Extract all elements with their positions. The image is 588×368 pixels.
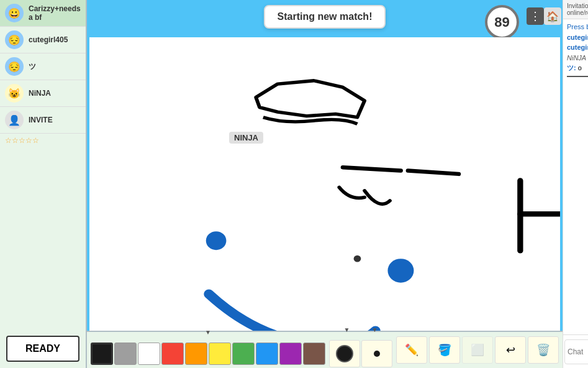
chat-message-2: NiNJA connected: [567, 53, 588, 62]
color-section: ▼: [91, 335, 325, 365]
undo-tool-button[interactable]: ↩: [495, 336, 526, 364]
color-red[interactable]: [161, 343, 184, 365]
sidebar-item-user-1[interactable]: 😔 cutegirl405: [0, 27, 86, 53]
color-brown[interactable]: [303, 343, 325, 365]
invitation-bar: Invitation: https://drawaria.online/roo: [563, 0, 588, 19]
right-panel: Invitation: https://drawaria.online/roo …: [563, 0, 588, 368]
chat-message-1: cutegirl405: thats it: [567, 43, 588, 52]
tools-section: ✏️ 🪣 ⬜ ↩ 🗑️: [396, 336, 559, 364]
main-area: Starting new match! 89 ⋮ 🏠 NINJA: [87, 0, 563, 368]
chat-input[interactable]: [564, 339, 588, 364]
sidebar-item-user-0[interactable]: 😀 Carizzy+needs a bf: [0, 0, 86, 27]
divider: [567, 76, 588, 77]
active-color-swatch[interactable]: [329, 340, 360, 367]
avatar-0: 😀: [5, 4, 24, 22]
press-hint[interactable]: Press bottom left button: [567, 22, 588, 32]
sidebar-item-user-3[interactable]: 😺 NiNJA: [0, 80, 86, 107]
color-white[interactable]: [138, 343, 160, 365]
chat-input-row: ★: [563, 334, 588, 368]
pencil-tool-button[interactable]: ✏️: [396, 336, 427, 364]
user-name-1: cutegirl405: [29, 35, 68, 44]
color-green[interactable]: [232, 343, 255, 365]
chat-message-0: cutegirl405: there: [567, 33, 588, 42]
avatar-1: 😔: [5, 30, 24, 49]
sidebar: 😀 Carizzy+needs a bf 😔 cutegirl405 😔 ツ 😺…: [0, 0, 87, 368]
clear-tool-button[interactable]: 🗑️: [528, 336, 559, 364]
chat-message-3: ツ: o: [567, 63, 588, 72]
color-blue[interactable]: [256, 343, 278, 365]
user-name-2: ツ: [29, 62, 36, 72]
active-color-section: ▼ ▼: [329, 333, 392, 367]
chat-messages: Press bottom left button cutegirl405: th…: [563, 19, 588, 334]
msg-sender-0: cutegirl405:: [567, 34, 588, 41]
sidebar-item-invite[interactable]: 👤 INVITE: [0, 107, 86, 134]
menu-button[interactable]: ⋮: [527, 7, 544, 25]
drawing-svg: [89, 37, 560, 331]
avatar-invite: 👤: [5, 111, 24, 129]
score-display: o: [567, 81, 588, 88]
svg-point-0: [206, 231, 227, 250]
msg-sender-1: cutegirl405:: [567, 44, 588, 51]
user-name-3: NiNJA: [29, 89, 51, 98]
sidebar-item-user-2[interactable]: 😔 ツ: [0, 53, 86, 80]
fill-tool-button[interactable]: 🪣: [429, 336, 460, 364]
avatar-3: 😺: [5, 84, 24, 103]
color-arrow: ▼: [205, 329, 211, 336]
match-banner: Starting new match!: [264, 5, 386, 29]
color-orange[interactable]: [185, 343, 207, 365]
color-black[interactable]: [91, 343, 113, 365]
toolbar: ▼ ▼ ▼ ✏️ 🪣: [87, 331, 563, 368]
user-name-0: Carizzy+needs a bf: [29, 4, 81, 22]
small-size-btn[interactable]: [361, 340, 392, 367]
erase-tool-button[interactable]: ⬜: [462, 336, 493, 364]
user-name-invite: INVITE: [29, 116, 53, 124]
color-gray[interactable]: [114, 343, 137, 365]
home-button[interactable]: 🏠: [544, 7, 561, 25]
size-arrow-1: ▼: [344, 326, 350, 333]
stars-display: ☆☆☆☆☆: [0, 134, 86, 147]
svg-point-2: [354, 255, 361, 262]
msg-text-2: NiNJA connected: [567, 54, 588, 62]
timer-container: 89: [485, 5, 519, 39]
ready-button[interactable]: READY: [6, 336, 79, 362]
avatar-2: 😔: [5, 57, 24, 76]
color-purple[interactable]: [279, 343, 302, 365]
color-yellow[interactable]: [209, 343, 231, 365]
drawing-canvas-area[interactable]: NINJA: [89, 37, 560, 331]
svg-point-1: [387, 259, 414, 283]
ninja-label: NINJA: [229, 132, 263, 144]
size-arrow-2: ▼: [371, 326, 378, 333]
msg-sender-3: ツ:: [567, 64, 578, 71]
msg-text-3: o: [578, 64, 582, 71]
timer-display: 89: [485, 5, 519, 39]
top-bar: Starting new match! 89 ⋮ 🏠: [87, 0, 563, 37]
